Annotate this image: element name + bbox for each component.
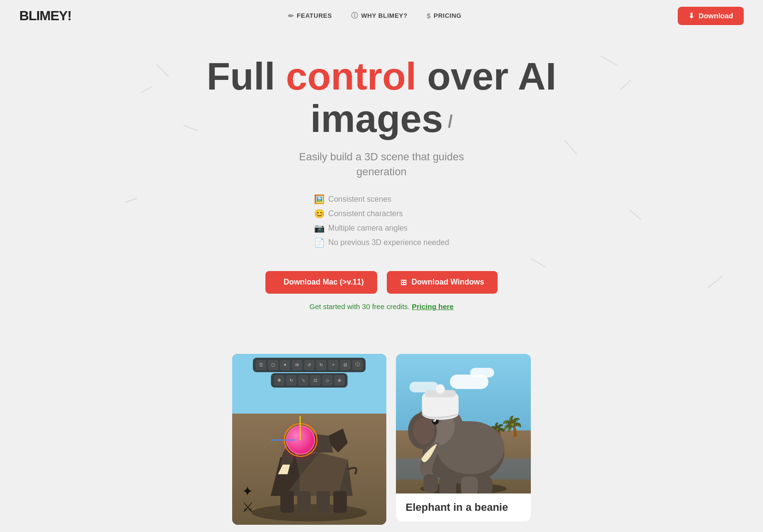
pencil-icon: ✏ [288,12,294,20]
character-icon: ✦⚔ [242,483,254,515]
toolbar-btn2-1[interactable]: ✥ [274,375,285,386]
scene-toolbar-row1: ☰ ⬡ ✦ ✉ ↺ ↻ + ⊟ ⓘ [253,358,366,372]
svg-rect-26 [423,474,438,493]
cta-buttons: Download Mac (>v.11) ⊞ Download Windows [10,271,753,294]
nav-download-button[interactable]: ⬇ Download [678,7,744,25]
pricing-link[interactable]: Pricing here [412,302,454,311]
scene-background: ☰ ⬡ ✦ ✉ ↺ ↻ + ⊟ ⓘ ✥ ↻ ⤡ ⊡ ◇ ⊕ [232,354,386,525]
windows-icon: ⊞ [400,278,407,287]
result-image-background: 🌴 🌴 [396,354,531,493]
document-emoji: 📄 [314,237,325,248]
elephant-3d-svg [232,390,386,525]
feature-list: 🖼️ Consistent scenes 😊 Consistent charac… [314,194,449,252]
scene-editor-image: ☰ ⬡ ✦ ✉ ↺ ↻ + ⊟ ⓘ ✥ ↻ ⤡ ⊡ ◇ ⊕ [232,354,386,525]
deco-scratch-7 [125,198,137,203]
svg-rect-11 [316,491,330,513]
svg-point-19 [413,417,434,444]
list-item: 📷 Multiple camera angles [314,223,449,234]
images-section: ☰ ⬡ ✦ ✉ ↺ ↻ + ⊟ ⓘ ✥ ↻ ⤡ ⊡ ◇ ⊕ [0,354,763,525]
camera-emoji: 📷 [314,223,325,234]
toolbar-btn-6[interactable]: ↻ [316,360,327,370]
list-item: 📄 No previous 3D experience needed [314,237,449,248]
svg-rect-12 [333,491,347,513]
toolbar-btn-2[interactable]: ⬡ [268,360,278,370]
toolbar-btn-3[interactable]: ✦ [280,360,290,370]
list-item: 😊 Consistent characters [314,208,449,219]
info-icon: ⓘ [351,12,358,20]
nav-pricing[interactable]: $ PRICING [427,12,461,20]
deco-scratch-9 [531,258,546,267]
transform-arrow-vertical [300,416,301,440]
characters-emoji: 😊 [314,208,325,219]
download-mac-button[interactable]: Download Mac (>v.11) [265,271,377,294]
transform-arrow-horizontal [271,440,295,441]
nav-links: ✏ FEATURES ⓘ WHY BLIMEY? $ PRICING [288,12,461,20]
toolbar-btn2-3[interactable]: ⤡ [298,375,309,386]
svg-rect-10 [297,491,311,513]
toolbar-btn-1[interactable]: ☰ [256,360,266,370]
toolbar-btn-8[interactable]: ⊟ [340,360,351,370]
toolbar-btn-9[interactable]: ⓘ [352,360,363,370]
hero-section: Full control over AI images / Easily bui… [0,31,763,354]
result-label: Elephant in a beanie [396,493,531,521]
svg-point-31 [436,384,445,393]
hero-subtitle: Easily build a 3D scene that guides gene… [10,150,753,180]
toolbar-btn-4[interactable]: ✉ [292,360,303,370]
result-image-wrapper: 🌴 🌴 [396,354,531,521]
nav-features[interactable]: ✏ FEATURES [288,12,332,20]
deco-scratch-8 [630,210,641,220]
scene-toolbar-row2: ✥ ↻ ⤡ ⊡ ◇ ⊕ [271,373,348,388]
svg-rect-25 [478,477,492,493]
list-item: 🖼️ Consistent scenes [314,194,449,205]
navbar: BLIMEY! ✏ FEATURES ⓘ WHY BLIMEY? $ PRICI… [0,0,763,31]
scenes-emoji: 🖼️ [314,194,325,205]
download-icon: ⬇ [688,12,695,20]
toolbar-btn-7[interactable]: + [328,360,339,370]
toolbar-btn-5[interactable]: ↺ [304,360,315,370]
svg-rect-9 [280,491,294,513]
svg-rect-23 [439,477,456,493]
elephant-realistic-svg [396,363,531,493]
toolbar-btn2-6[interactable]: ⊕ [334,375,345,386]
logo[interactable]: BLIMEY! [19,8,71,24]
download-windows-button[interactable]: ⊞ Download Windows [387,271,498,294]
nav-why[interactable]: ⓘ WHY BLIMEY? [351,12,408,20]
toolbar-btn2-2[interactable]: ↻ [286,375,297,386]
toolbar-btn2-4[interactable]: ⊡ [310,375,321,386]
hero-title: Full control over AI images / [10,55,753,140]
toolbar-btn2-5[interactable]: ◇ [322,375,333,386]
dollar-icon: $ [427,12,431,20]
free-credits-text: Get started with 30 free credits. Pricin… [10,302,753,311]
svg-rect-24 [461,477,478,493]
